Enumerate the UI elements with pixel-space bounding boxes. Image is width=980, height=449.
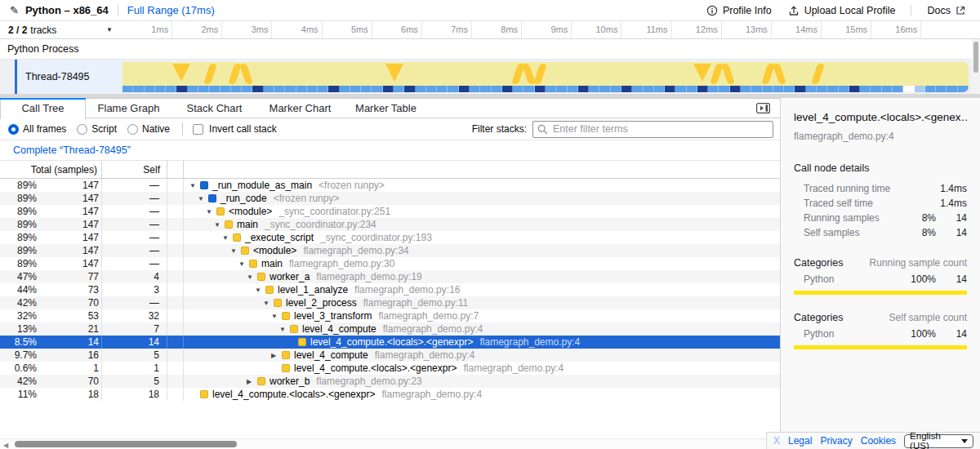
sample-cell	[448, 86, 458, 92]
table-row[interactable]: 89%147—▼<module>flamegraph_demo.py:34	[0, 244, 780, 257]
tab-call-tree[interactable]: Call Tree	[0, 98, 86, 119]
x-social-link[interactable]: X	[773, 435, 780, 447]
table-row[interactable]: 9.7%165▶level_4_computeflamegraph_demo.p…	[0, 349, 780, 362]
table-row[interactable]: 44%733▼level_1_analyzeflamegraph_demo.py…	[0, 283, 780, 296]
column-total-header[interactable]: Total (samples)	[0, 161, 102, 178]
legal-link[interactable]: Legal	[788, 435, 812, 447]
sample-cell	[416, 86, 426, 92]
edit-profile-name-icon[interactable]: ✎	[10, 4, 19, 16]
expander-open-icon[interactable]: ▼	[279, 326, 290, 333]
column-self-header[interactable]: Self	[102, 161, 167, 178]
ruler-tick-filler	[921, 21, 971, 38]
sample-cell	[871, 86, 881, 92]
table-row[interactable]: 32%5332▼level_3_transformflamegraph_demo…	[0, 309, 780, 322]
expander-open-icon[interactable]: ▼	[263, 300, 274, 307]
radio-all-frames[interactable]	[8, 124, 19, 135]
tracks-dropdown-caret-icon[interactable]: ▼	[106, 26, 113, 33]
table-row[interactable]: 89%147—▼mainflamegraph_demo.py:30	[0, 257, 780, 270]
expander-open-icon[interactable]: ▼	[198, 195, 208, 202]
python-frame-icon	[225, 220, 233, 229]
full-range-button[interactable]: Full Range (17ms)	[127, 4, 215, 16]
cell-total-percent: 13%	[0, 323, 39, 335]
tab-marker-chart[interactable]: Marker Chart	[257, 98, 343, 118]
table-row[interactable]: 11%1818▼level_4_compute.<locals>.<genexp…	[0, 388, 780, 401]
table-row[interactable]: 13%217▼level_4_computeflamegraph_demo.py…	[0, 322, 780, 336]
radio-script-label[interactable]: Script	[91, 123, 117, 135]
function-name: _run_code	[220, 193, 267, 204]
table-row[interactable]: 89%147—▼main_sync_coordinator.py:234	[0, 218, 780, 231]
sidebar-toggle-button[interactable]	[756, 103, 770, 113]
docs-link[interactable]: Docs	[928, 5, 970, 16]
table-row[interactable]: 42%70—▼level_2_processflamegraph_demo.py…	[0, 296, 780, 309]
table-header: Total (samples) Self	[0, 161, 780, 179]
tracks-vertical-scrollbar[interactable]	[972, 39, 980, 94]
python-frame-icon	[257, 273, 265, 281]
track-thread[interactable]: Thread-78495	[0, 60, 972, 94]
invert-call-stack-checkbox[interactable]	[193, 124, 203, 135]
upload-icon	[788, 5, 800, 16]
table-row[interactable]: 0.6%11▼level_4_compute.<locals>.<genexpr…	[0, 362, 780, 375]
radio-script[interactable]	[77, 124, 87, 135]
table-row[interactable]: 89%147—▼_execute_script_sync_coordinator…	[0, 231, 780, 244]
tracks-count-word: tracks	[30, 24, 56, 36]
cell-total-samples: 77	[39, 270, 102, 283]
tab-stack-chart[interactable]: Stack Chart	[172, 98, 257, 118]
radio-all-frames-label[interactable]: All frames	[23, 123, 66, 135]
expander-open-icon[interactable]: ▼	[238, 260, 249, 268]
breadcrumb[interactable]: Complete “Thread-78495”	[13, 144, 131, 156]
cell-total-percent: 89%	[0, 180, 39, 191]
function-name: worker_b	[270, 376, 310, 387]
expander-open-icon[interactable]: ▼	[247, 273, 257, 281]
table-row[interactable]: 42%705▶worker_bflamegraph_demo.py:23	[0, 375, 780, 388]
table-row[interactable]: 47%774▼worker_aflamegraph_demo.py:19	[0, 270, 780, 283]
expander-open-icon[interactable]: ▼	[206, 208, 216, 216]
expander-open-icon[interactable]: ▼	[214, 221, 225, 229]
cell-self: 1	[102, 362, 167, 375]
native-frame-icon	[200, 181, 208, 189]
cell-total-samples: 18	[39, 388, 102, 401]
horizontal-scrollbar[interactable]: ◀	[0, 438, 780, 449]
cell-spacer	[167, 218, 184, 231]
invert-call-stack-label[interactable]: Invert call stack	[209, 123, 277, 135]
scroll-left-arrow-icon[interactable]: ◀	[3, 442, 8, 449]
cookies-link[interactable]: Cookies	[861, 435, 896, 447]
horizontal-scrollbar-thumb[interactable]	[15, 441, 237, 447]
cell-self: —	[102, 205, 167, 218]
cell-total-percent: 32%	[0, 310, 39, 322]
function-file: _sync_coordinator.py:234	[265, 219, 376, 230]
expander-open-icon[interactable]: ▼	[255, 287, 265, 294]
cell-total-samples: 147	[39, 257, 102, 270]
metric-value: 1.4ms	[936, 183, 967, 194]
tab-marker-table[interactable]: Marker Table	[343, 98, 429, 118]
track-python-process[interactable]: Python Process	[0, 39, 972, 60]
upload-profile-button[interactable]: Upload Local Profile	[788, 5, 896, 16]
table-row[interactable]: 8.5%1414▼level_4_compute.<locals>.<genex…	[0, 336, 780, 349]
expander-open-icon[interactable]: ▼	[222, 234, 233, 242]
profile-info-button[interactable]: Profile Info	[706, 5, 772, 16]
cell-self: —	[102, 192, 167, 205]
tab-bar: Call Tree Flame Graph Stack Chart Marker…	[0, 98, 780, 118]
tab-flame-graph[interactable]: Flame Graph	[86, 98, 172, 118]
language-select[interactable]: English (US)	[904, 434, 973, 448]
table-row[interactable]: 89%147—▼_run_module_as_main<frozen runpy…	[0, 179, 780, 192]
table-row[interactable]: 89%147—▼_run_code<frozen runpy>	[0, 192, 780, 205]
filter-input[interactable]	[532, 121, 773, 138]
expander-open-icon[interactable]: ▼	[230, 247, 241, 255]
expander-open-icon[interactable]: ▼	[189, 182, 200, 189]
expander-open-icon[interactable]: ▼	[271, 313, 282, 320]
table-row[interactable]: 89%147—▼<module>_sync_coordinator.py:251	[0, 205, 780, 218]
sample-cell	[893, 86, 903, 92]
privacy-link[interactable]: Privacy	[820, 435, 852, 447]
radio-native[interactable]	[127, 124, 138, 135]
function-name: level_4_compute.<locals>.<genexpr>	[212, 389, 375, 400]
sample-cell	[697, 86, 708, 92]
vertical-scrollbar-thumb[interactable]	[973, 42, 978, 73]
expander-closed-icon[interactable]: ▶	[247, 378, 257, 385]
activity-area	[122, 62, 969, 86]
function-file: flamegraph_demo.py:11	[363, 297, 469, 309]
radio-native-label[interactable]: Native	[142, 123, 170, 135]
sample-cell	[361, 86, 372, 92]
expander-closed-icon[interactable]: ▶	[271, 352, 282, 359]
function-file: flamegraph_demo.py:4	[375, 349, 475, 361]
thread-activity-graph[interactable]	[122, 62, 969, 92]
